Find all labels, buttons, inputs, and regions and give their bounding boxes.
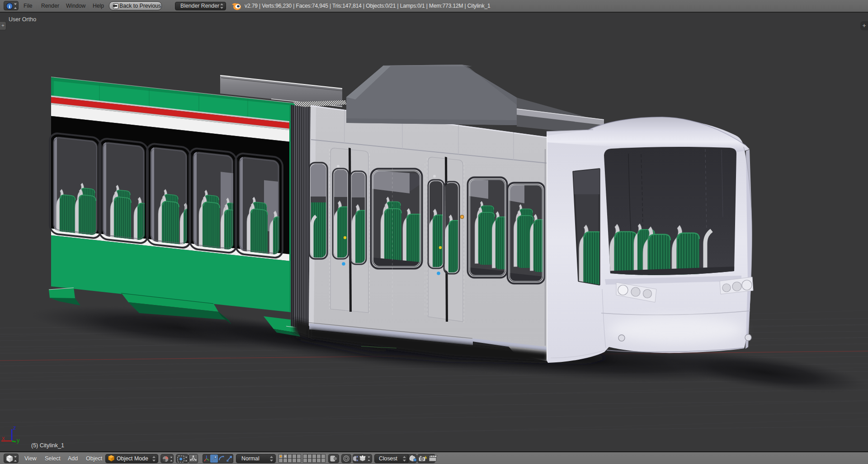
- svg-text:i: i: [9, 4, 10, 9]
- svg-text:z: z: [13, 424, 16, 431]
- svg-text:x: x: [2, 435, 5, 441]
- svg-text:y: y: [17, 437, 20, 444]
